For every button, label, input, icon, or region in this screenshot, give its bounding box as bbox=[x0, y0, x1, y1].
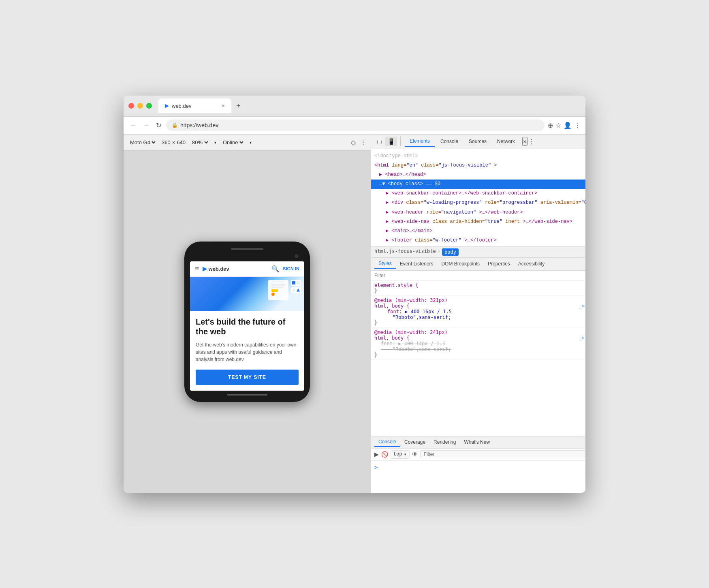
browser-tab-active[interactable]: ▶ web.dev × bbox=[158, 98, 231, 113]
tab-favicon-icon: ▶ bbox=[165, 103, 169, 109]
dimensions-display: 360 × 640 bbox=[162, 139, 186, 145]
extensions-button[interactable]: ⊕ bbox=[548, 122, 553, 129]
sensor-icon[interactable]: ◇ bbox=[351, 139, 356, 146]
sources-tab[interactable]: Sources bbox=[464, 136, 491, 147]
styles-tab-accessibility[interactable]: Accessibility bbox=[514, 259, 549, 268]
dom-line-body[interactable]: …▼ <body class> == $0 bbox=[371, 180, 585, 189]
zoom-arrow-icon: ▾ bbox=[214, 140, 216, 145]
device-selector[interactable]: Moto G4 bbox=[128, 139, 157, 146]
breadcrumb-body[interactable]: body bbox=[442, 248, 459, 256]
console-prompt[interactable]: > bbox=[374, 464, 585, 470]
site-search-icon[interactable]: 🔍 bbox=[271, 265, 280, 273]
hero-cards bbox=[268, 280, 301, 300]
bookmark-button[interactable]: ☆ bbox=[555, 122, 561, 129]
dom-line-snackbar[interactable]: ▶ <web-snackbar-container>…</web-snackba… bbox=[371, 189, 585, 198]
test-my-site-button[interactable]: TEST MY SITE bbox=[196, 370, 299, 385]
console-tab-coverage[interactable]: Coverage bbox=[400, 438, 429, 447]
hero-icons-group bbox=[291, 280, 301, 300]
styles-tab-dom-breakpoints[interactable]: DOM Breakpoints bbox=[437, 259, 484, 268]
zoom-selector[interactable]: 80% bbox=[190, 139, 209, 146]
hero-icon-row2 bbox=[291, 287, 301, 293]
close-window-button[interactable] bbox=[128, 103, 134, 109]
new-tab-button[interactable]: + bbox=[233, 100, 244, 112]
address-actions: ⊕ ☆ 👤 ⋮ bbox=[548, 122, 581, 129]
dom-line-web-header[interactable]: ▶ <web-header role="navigation" >…</web-… bbox=[371, 208, 585, 217]
styles-section: Styles Event Listeners DOM Breakpoints P… bbox=[371, 258, 585, 436]
site-heading: Let's build the future of the web bbox=[196, 317, 299, 336]
breadcrumb-bar: html.js-focus-visible › body bbox=[371, 246, 585, 258]
forward-button[interactable]: → bbox=[141, 120, 151, 130]
inspect-element-button[interactable]: ⬚ bbox=[374, 137, 384, 146]
device-toggle-button[interactable]: 📱 bbox=[385, 137, 397, 146]
devtools-panel-icons: ⬚ 📱 bbox=[374, 137, 401, 146]
console-tab-console[interactable]: Console bbox=[374, 437, 400, 447]
dom-line-web-sidenav[interactable]: ▶ <web-side-nav class aria-hidden="true"… bbox=[371, 217, 585, 227]
console-tab-whats-new[interactable]: What's New bbox=[460, 438, 494, 447]
console-tab[interactable]: Console bbox=[436, 136, 463, 147]
hero-card-1 bbox=[268, 280, 288, 300]
phone-camera-area bbox=[190, 252, 304, 260]
styles-tab-event-listeners[interactable]: Event Listeners bbox=[396, 259, 438, 268]
hamburger-menu-icon[interactable]: ≡ bbox=[195, 265, 199, 273]
site-signin-button[interactable]: SIGN IN bbox=[283, 266, 299, 271]
eye-icon-button[interactable]: 👁 bbox=[412, 451, 418, 458]
site-description: Get the web's modern capabilities on you… bbox=[196, 341, 299, 363]
hero-icon-row1 bbox=[291, 280, 301, 286]
main-content-area: Moto G4 360 × 640 80% ▾ Online ▾ ◇ ⋮ bbox=[124, 135, 585, 493]
block-icon-button[interactable]: 🚫 bbox=[381, 451, 388, 458]
dom-line-div-loading[interactable]: ▶ <div class="w-loading-progress" role="… bbox=[371, 198, 585, 207]
console-filter-input[interactable] bbox=[420, 450, 585, 458]
dom-line-html[interactable]: <html lang="en" class="js-focus-visible"… bbox=[371, 161, 585, 170]
css-rule-element-style: element.style { } bbox=[371, 281, 585, 296]
phone-speaker-area bbox=[190, 248, 304, 250]
lock-icon: 🔒 bbox=[172, 122, 178, 128]
devtools-panel: ⬚ 📱 Elements Console Sources Network » ⋮… bbox=[371, 135, 585, 493]
site-logo: ▶ web.dev bbox=[203, 265, 229, 272]
tab-bar: ▶ web.dev × + bbox=[158, 98, 581, 113]
traffic-lights bbox=[128, 103, 152, 109]
home-bar bbox=[227, 394, 267, 396]
run-script-button[interactable]: ▶ bbox=[374, 451, 379, 458]
title-bar: ▶ web.dev × + bbox=[124, 96, 585, 117]
more-options-icon[interactable]: ⋮ bbox=[361, 139, 366, 145]
dom-line-footer[interactable]: ▶ <footer class="w-footer" >…</footer> bbox=[371, 236, 585, 245]
site-content: Let's build the future of the web Get th… bbox=[190, 311, 304, 391]
styles-filter-bar: :hov .cls + bbox=[371, 271, 585, 281]
styles-tab-styles[interactable]: Styles bbox=[374, 259, 396, 269]
devtools-settings-button[interactable]: ⋮ bbox=[528, 138, 535, 145]
styles-tabs: Styles Event Listeners DOM Breakpoints P… bbox=[371, 258, 585, 271]
address-bar-input[interactable]: 🔒 https://web.dev bbox=[166, 120, 545, 131]
hero-icon-blue bbox=[292, 281, 295, 284]
console-toolbar: ▶ 🚫 top ▾ 👁 Default levels ▾ ⚙ bbox=[371, 449, 585, 461]
dom-line-head[interactable]: ▶ <head>…</head> bbox=[371, 170, 585, 180]
css-rule-media-321: @media (min-width: 321px) html, body { _… bbox=[371, 296, 585, 328]
refresh-button[interactable]: ↻ bbox=[154, 120, 163, 131]
phone-camera-dot bbox=[295, 254, 299, 258]
css-rule-media-241: @media (min-width: 241px) html, body { _… bbox=[371, 328, 585, 360]
styles-left-panel: :hov .cls + element.style { } @media (mi… bbox=[371, 271, 585, 436]
breadcrumb-html[interactable]: html.js-focus-visible bbox=[374, 248, 436, 256]
console-tab-rendering[interactable]: Rendering bbox=[429, 438, 460, 447]
styles-tab-properties[interactable]: Properties bbox=[484, 259, 514, 268]
minimize-window-button[interactable] bbox=[137, 103, 143, 109]
site-logo-text: web.dev bbox=[209, 266, 229, 272]
site-hero-image bbox=[190, 277, 304, 311]
connection-selector[interactable]: Online bbox=[221, 139, 245, 146]
maximize-window-button[interactable] bbox=[146, 103, 152, 109]
back-button[interactable]: ← bbox=[128, 120, 138, 130]
profile-button[interactable]: 👤 bbox=[564, 122, 572, 129]
hero-icon-gray bbox=[297, 281, 300, 284]
site-header: ≡ ▶ web.dev 🔍 SIGN IN bbox=[190, 261, 304, 277]
chrome-menu-button[interactable]: ⋮ bbox=[574, 122, 581, 129]
elements-tab[interactable]: Elements bbox=[405, 136, 435, 147]
styles-filter-input[interactable] bbox=[374, 273, 585, 278]
console-section: Console Coverage Rendering What's New × … bbox=[371, 436, 585, 493]
dom-line-doctype[interactable]: <!doctype html> bbox=[371, 152, 585, 161]
url-display: https://web.dev bbox=[180, 122, 218, 128]
more-tabs-button[interactable]: » bbox=[522, 137, 527, 146]
devtools-top-tabs: ⬚ 📱 Elements Console Sources Network » ⋮… bbox=[371, 135, 585, 149]
dom-line-main[interactable]: ▶ <main>…</main> bbox=[371, 227, 585, 236]
tab-close-button[interactable]: × bbox=[222, 103, 225, 109]
console-context-selector[interactable]: top ▾ bbox=[391, 450, 410, 459]
network-tab[interactable]: Network bbox=[492, 136, 520, 147]
